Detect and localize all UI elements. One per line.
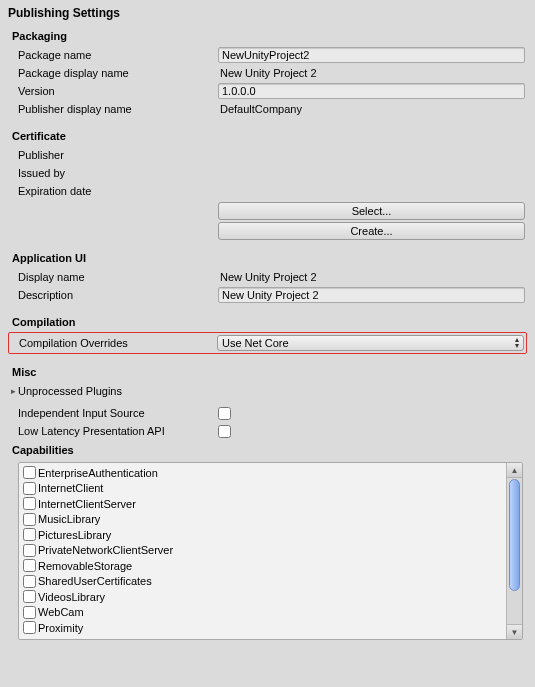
capability-label: VideosLibrary [38, 591, 105, 603]
app-description-label: Description [18, 289, 218, 301]
capability-item: WebCam [21, 605, 504, 621]
cert-create-button[interactable]: Create... [218, 222, 525, 240]
capability-item: PrivateNetworkClientServer [21, 543, 504, 559]
compilation-overrides-value: Use Net Core [222, 337, 515, 349]
capability-checkbox[interactable] [23, 606, 36, 619]
capability-checkbox[interactable] [23, 528, 36, 541]
scroll-thumb[interactable] [509, 479, 520, 591]
unprocessed-plugins-label: Unprocessed Plugins [18, 385, 122, 397]
certificate-heading: Certificate [6, 126, 529, 146]
capability-checkbox[interactable] [23, 544, 36, 557]
capability-label: MusicLibrary [38, 513, 100, 525]
dropdown-arrows-icon: ▴▾ [515, 337, 519, 349]
compilation-overrides-label: Compilation Overrides [19, 337, 217, 349]
capability-label: PrivateNetworkClientServer [38, 544, 173, 556]
unprocessed-plugins-foldout[interactable]: ▸ Unprocessed Plugins [6, 382, 529, 400]
low-latency-checkbox[interactable] [218, 425, 231, 438]
compilation-overrides-highlight: Compilation Overrides Use Net Core ▴▾ [8, 332, 527, 354]
independent-input-label: Independent Input Source [18, 407, 218, 419]
packaging-heading: Packaging [6, 26, 529, 46]
capability-item: InternetClient [21, 481, 504, 497]
capability-checkbox[interactable] [23, 497, 36, 510]
package-display-name-label: Package display name [18, 67, 218, 79]
scroll-up-arrow-icon[interactable]: ▲ [507, 463, 522, 478]
capabilities-list: EnterpriseAuthenticationInternetClientIn… [19, 463, 506, 639]
capability-item: Proximity [21, 620, 504, 636]
version-input[interactable] [218, 83, 525, 99]
capability-item: RemovableStorage [21, 558, 504, 574]
cert-expiration-label: Expiration date [18, 185, 218, 197]
capability-item: PicturesLibrary [21, 527, 504, 543]
capability-label: Proximity [38, 622, 83, 634]
capability-item: EnterpriseAuthentication [21, 465, 504, 481]
capability-checkbox[interactable] [23, 575, 36, 588]
capability-label: PicturesLibrary [38, 529, 111, 541]
cert-select-button[interactable]: Select... [218, 202, 525, 220]
capability-label: WebCam [38, 606, 84, 618]
capability-label: RemovableStorage [38, 560, 132, 572]
capability-label: InternetClientServer [38, 498, 136, 510]
cert-publisher-label: Publisher [18, 149, 218, 161]
publishing-settings-panel: Publishing Settings Packaging Package na… [0, 0, 535, 687]
package-name-label: Package name [18, 49, 218, 61]
capability-checkbox[interactable] [23, 559, 36, 572]
app-display-name-label: Display name [18, 271, 218, 283]
panel-title: Publishing Settings [6, 4, 529, 26]
capability-label: EnterpriseAuthentication [38, 467, 158, 479]
app-display-name-value: New Unity Project 2 [218, 271, 529, 283]
capability-checkbox[interactable] [23, 513, 36, 526]
publisher-display-name-label: Publisher display name [18, 103, 218, 115]
capability-checkbox[interactable] [23, 482, 36, 495]
capability-item: SharedUserCertificates [21, 574, 504, 590]
cert-issued-by-label: Issued by [18, 167, 218, 179]
foldout-arrow-icon: ▸ [8, 386, 18, 396]
capabilities-list-container: EnterpriseAuthenticationInternetClientIn… [18, 462, 523, 640]
publisher-display-name-value: DefaultCompany [218, 103, 529, 115]
independent-input-checkbox[interactable] [218, 407, 231, 420]
capability-item: MusicLibrary [21, 512, 504, 528]
capability-label: SharedUserCertificates [38, 575, 152, 587]
package-display-name-value: New Unity Project 2 [218, 67, 529, 79]
compilation-heading: Compilation [6, 312, 529, 332]
capability-checkbox[interactable] [23, 621, 36, 634]
version-label: Version [18, 85, 218, 97]
capability-item: InternetClientServer [21, 496, 504, 512]
low-latency-label: Low Latency Presentation API [18, 425, 218, 437]
capability-checkbox[interactable] [23, 590, 36, 603]
capability-label: InternetClient [38, 482, 103, 494]
capabilities-scrollbar[interactable]: ▲ ▼ [506, 463, 522, 639]
capability-item: VideosLibrary [21, 589, 504, 605]
package-name-input[interactable] [218, 47, 525, 63]
app-description-input[interactable] [218, 287, 525, 303]
compilation-overrides-dropdown[interactable]: Use Net Core ▴▾ [217, 335, 524, 351]
misc-heading: Misc [6, 362, 529, 382]
app-ui-heading: Application UI [6, 248, 529, 268]
capabilities-heading: Capabilities [6, 440, 529, 460]
capability-checkbox[interactable] [23, 466, 36, 479]
scroll-down-arrow-icon[interactable]: ▼ [507, 624, 522, 639]
